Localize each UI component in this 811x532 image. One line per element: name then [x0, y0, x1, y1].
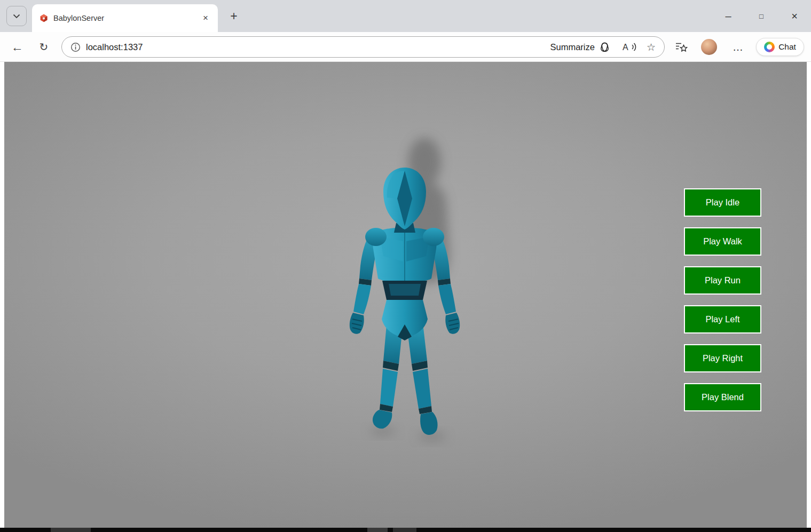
window-controls: – □ × — [712, 0, 811, 32]
more-menu-icon[interactable]: … — [730, 32, 745, 62]
taskbar-segment — [51, 528, 91, 532]
chat-label: Chat — [778, 42, 796, 52]
favicon-babylon-icon — [40, 14, 48, 22]
taskbar-sliver — [0, 528, 811, 532]
play-idle-button[interactable]: Play Idle — [684, 188, 761, 217]
play-run-button[interactable]: Play Run — [684, 266, 761, 295]
play-right-button[interactable]: Play Right — [684, 344, 761, 372]
minimize-button[interactable]: – — [712, 0, 745, 32]
summarize-button[interactable]: Summarize — [550, 41, 611, 53]
browser-toolbar: ← ↻ localhost:1337 Summarize A — [0, 32, 811, 62]
summarize-label: Summarize — [550, 42, 595, 52]
tab-title: BabylonServer — [53, 14, 195, 22]
copilot-outline-icon — [599, 41, 611, 53]
tab-search-dropdown-button[interactable] — [6, 6, 27, 26]
play-left-button[interactable]: Play Left — [684, 305, 761, 334]
tab-babylonserver[interactable]: BabylonServer × — [32, 4, 218, 32]
close-window-button[interactable]: × — [778, 0, 811, 32]
animation-controls: Play Idle Play Walk Play Run Play Left P… — [684, 188, 761, 411]
robot-character — [327, 124, 498, 449]
maximize-button[interactable]: □ — [745, 0, 778, 32]
favorite-star-icon[interactable]: ☆ — [647, 41, 656, 53]
site-info-icon — [70, 42, 81, 52]
favorites-hub-icon[interactable] — [675, 41, 688, 53]
close-tab-icon[interactable]: × — [201, 13, 210, 23]
copilot-chat-button[interactable]: Chat — [756, 38, 804, 56]
play-blend-button[interactable]: Play Blend — [684, 383, 761, 411]
taskbar-segment — [367, 528, 388, 532]
address-bar[interactable]: localhost:1337 Summarize A ☆ — [61, 36, 665, 58]
tab-bar: BabylonServer × + – □ × — [0, 0, 811, 32]
profile-avatar[interactable] — [701, 39, 717, 55]
url-text[interactable]: localhost:1337 — [86, 42, 143, 52]
taskbar-segment — [393, 528, 416, 532]
new-tab-button[interactable]: + — [226, 9, 241, 23]
copilot-icon — [764, 42, 775, 52]
svg-text:A: A — [623, 43, 628, 52]
back-button[interactable]: ← — [6, 32, 28, 62]
read-aloud-icon[interactable]: A — [623, 42, 637, 52]
refresh-button[interactable]: ↻ — [33, 32, 54, 62]
play-walk-button[interactable]: Play Walk — [684, 227, 761, 256]
chevron-down-icon — [13, 14, 20, 19]
browser-window: BabylonServer × + – □ × ← ↻ localhost:13… — [0, 0, 811, 532]
